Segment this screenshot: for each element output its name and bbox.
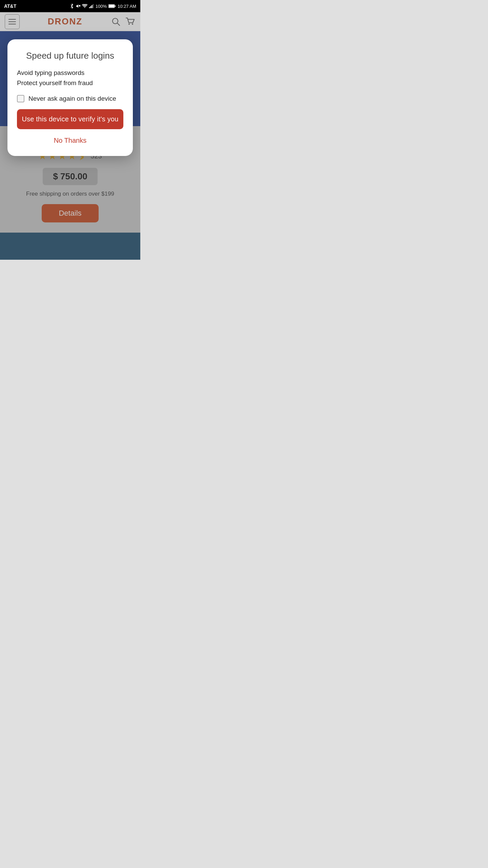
modal-title: Speed up future logins bbox=[17, 50, 123, 62]
modal-benefit-2: Protect yourself from fraud bbox=[17, 79, 123, 87]
never-ask-checkbox[interactable] bbox=[17, 95, 24, 102]
bluetooth-icon bbox=[70, 3, 74, 9]
signal-icon bbox=[89, 4, 94, 8]
status-bar: AT&T 100% bbox=[0, 0, 140, 12]
checkbox-label: Never ask again on this device bbox=[28, 95, 116, 102]
battery-label: 100% bbox=[96, 4, 107, 9]
carrier-label: AT&T bbox=[4, 3, 16, 9]
svg-rect-7 bbox=[109, 5, 114, 7]
modal-benefit-1: Avoid typing passwords bbox=[17, 69, 123, 77]
battery-icon bbox=[108, 4, 116, 8]
svg-rect-3 bbox=[90, 6, 91, 8]
svg-rect-8 bbox=[115, 5, 116, 7]
status-right: 100% 10:27 AM bbox=[70, 3, 136, 9]
checkbox-row: Never ask again on this device bbox=[17, 95, 123, 102]
svg-rect-5 bbox=[93, 4, 94, 8]
mute-icon bbox=[76, 4, 80, 8]
app-background: DRONZ bbox=[0, 12, 140, 260]
verification-modal: Speed up future logins Avoid typing pass… bbox=[7, 39, 133, 156]
svg-rect-4 bbox=[92, 5, 93, 8]
no-thanks-button[interactable]: No Thanks bbox=[17, 135, 123, 146]
svg-rect-2 bbox=[89, 7, 90, 8]
verify-device-button[interactable]: Use this device to verify it's you bbox=[17, 109, 123, 129]
time-label: 10:27 AM bbox=[118, 4, 136, 9]
wifi-icon bbox=[82, 4, 87, 8]
